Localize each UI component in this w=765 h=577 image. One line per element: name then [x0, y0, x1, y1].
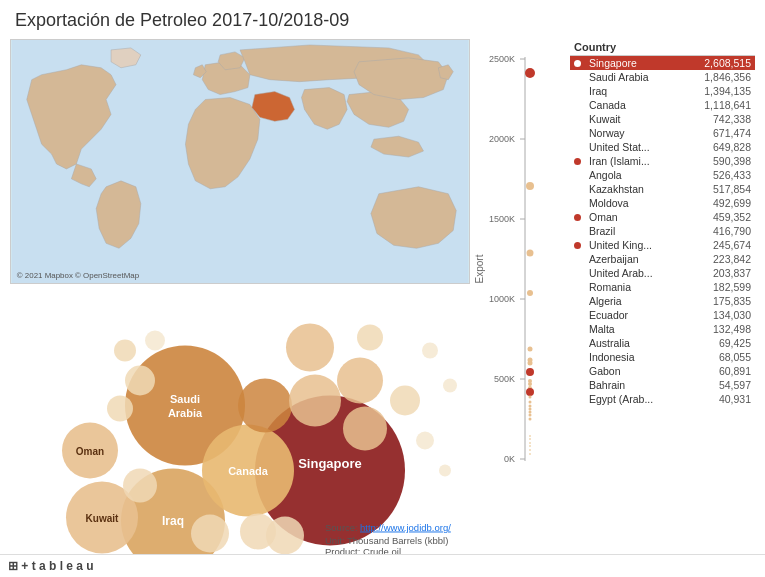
table-row[interactable]: Iran (Islami...590,398	[570, 154, 755, 168]
svg-point-10	[439, 465, 451, 477]
map-container: © 2021 Mapbox © OpenStreetMap	[10, 39, 470, 284]
country-name: Algeria	[585, 294, 682, 308]
right-panel: 2500K 2000K 1500K 1000K 500K 0K	[475, 39, 755, 567]
bubble-angola	[289, 375, 341, 427]
country-value: 492,699	[682, 196, 755, 210]
country-dot-cell	[570, 140, 585, 154]
table-row[interactable]: Indonesia68,055	[570, 350, 755, 364]
svg-text:2500K: 2500K	[489, 54, 515, 64]
country-value: 1,846,356	[682, 70, 755, 84]
country-name: Brazil	[585, 224, 682, 238]
table-row[interactable]: Malta132,498	[570, 322, 755, 336]
country-dot-cell	[570, 224, 585, 238]
svg-point-27	[527, 250, 534, 257]
table-row[interactable]: Australia69,425	[570, 336, 755, 350]
country-value: 245,674	[682, 238, 755, 252]
svg-point-44	[529, 435, 531, 437]
table-row[interactable]: Gabon60,891	[570, 364, 755, 378]
country-dot-cell	[570, 238, 585, 252]
bar-chart-svg: 2500K 2000K 1500K 1000K 500K 0K	[475, 39, 535, 529]
left-panel: © 2021 Mapbox © OpenStreetMap Singapore …	[10, 39, 470, 567]
table-row[interactable]: United Arab...203,837	[570, 266, 755, 280]
country-name: Angola	[585, 168, 682, 182]
country-value: 132,498	[682, 322, 755, 336]
table-row[interactable]: Moldova492,699	[570, 196, 755, 210]
table-row[interactable]: Kazakhstan517,854	[570, 182, 755, 196]
country-dot-cell	[570, 210, 585, 224]
table-row[interactable]: Kuwait742,338	[570, 112, 755, 126]
country-value: 590,398	[682, 154, 755, 168]
legend-table: Country Singapore2,608,515Saudi Arabia1,…	[570, 39, 755, 567]
svg-point-37	[529, 396, 532, 399]
bubble-algeria	[390, 386, 420, 416]
table-row[interactable]: United King...245,674	[570, 238, 755, 252]
bubble-romania	[125, 366, 155, 396]
table-row[interactable]: Oman459,352	[570, 210, 755, 224]
country-name: United Arab...	[585, 266, 682, 280]
svg-point-40	[529, 408, 532, 411]
svg-point-43	[529, 418, 532, 421]
table-row[interactable]: Romania182,599	[570, 280, 755, 294]
table-row[interactable]: Azerbaijan223,842	[570, 252, 755, 266]
country-name: Romania	[585, 280, 682, 294]
country-dot-cell	[570, 266, 585, 280]
svg-text:Oman: Oman	[76, 446, 104, 457]
country-value: 517,854	[682, 182, 755, 196]
country-column-header: Country	[570, 39, 682, 56]
table-row[interactable]: Brazil416,790	[570, 224, 755, 238]
country-value: 1,394,135	[682, 84, 755, 98]
country-value: 416,790	[682, 224, 755, 238]
country-dot-cell	[570, 392, 585, 406]
country-value: 2,608,515	[682, 56, 755, 71]
country-value: 69,425	[682, 336, 755, 350]
table-row[interactable]: Algeria175,835	[570, 294, 755, 308]
svg-point-42	[529, 414, 532, 417]
country-value: 182,599	[682, 280, 755, 294]
svg-point-45	[529, 438, 531, 440]
country-dot-cell	[570, 364, 585, 378]
country-dot-cell	[570, 112, 585, 126]
country-value: 68,055	[682, 350, 755, 364]
country-name: United Stat...	[585, 140, 682, 154]
svg-text:Kuwait: Kuwait	[86, 513, 119, 524]
table-row[interactable]: Egypt (Arab...40,931	[570, 392, 755, 406]
svg-point-26	[526, 182, 534, 190]
svg-point-36	[526, 388, 534, 396]
bubble-gabon	[416, 432, 434, 450]
country-dot-cell	[570, 70, 585, 84]
country-table: Country Singapore2,608,515Saudi Arabia1,…	[570, 39, 755, 406]
table-row[interactable]: Bahrain54,597	[570, 378, 755, 392]
svg-text:Singapore: Singapore	[298, 456, 362, 471]
table-row[interactable]: Saudi Arabia1,846,356	[570, 70, 755, 84]
country-dot-cell	[570, 56, 585, 71]
bubble-brazil	[343, 407, 387, 451]
main-container: Exportación de Petroleo 2017-10/2018-09	[0, 0, 765, 577]
svg-point-31	[528, 361, 533, 366]
country-name: United King...	[585, 238, 682, 252]
country-dot-cell	[570, 252, 585, 266]
svg-point-49	[529, 453, 531, 455]
country-value: 1,118,641	[682, 98, 755, 112]
table-row[interactable]: United Stat...649,828	[570, 140, 755, 154]
table-row[interactable]: Angola526,433	[570, 168, 755, 182]
svg-point-25	[525, 68, 535, 78]
value-column-header	[682, 39, 755, 56]
table-row[interactable]: Iraq1,394,135	[570, 84, 755, 98]
country-dot-cell	[570, 280, 585, 294]
table-row[interactable]: Norway671,474	[570, 126, 755, 140]
table-row[interactable]: Canada1,118,641	[570, 98, 755, 112]
country-name: Saudi Arabia	[585, 70, 682, 84]
svg-point-9	[443, 379, 457, 393]
unit-label: Unit: Thousand Barrels (kbbl)	[325, 535, 448, 546]
bubble-australia	[114, 340, 136, 362]
svg-text:1500K: 1500K	[489, 214, 515, 224]
tableau-logo: ⊞ + t a b l e a u	[8, 559, 94, 573]
country-name: Iraq	[585, 84, 682, 98]
country-name: Singapore	[585, 56, 682, 71]
svg-point-48	[529, 449, 531, 451]
table-row[interactable]: Ecuador134,030	[570, 308, 755, 322]
table-row[interactable]: Singapore2,608,515	[570, 56, 755, 71]
country-name: Azerbaijan	[585, 252, 682, 266]
source-url[interactable]: http://www.jodidb.org/	[360, 522, 451, 533]
page-title: Exportación de Petroleo 2017-10/2018-09	[10, 10, 755, 31]
